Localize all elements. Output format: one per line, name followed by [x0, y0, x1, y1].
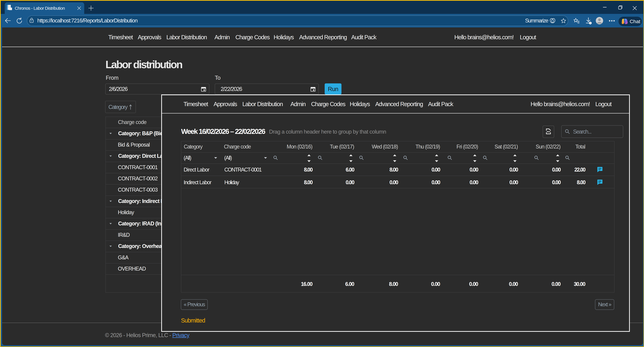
svg-text:xlsx: xlsx: [547, 131, 550, 133]
svg-text:i: i: [590, 22, 590, 24]
